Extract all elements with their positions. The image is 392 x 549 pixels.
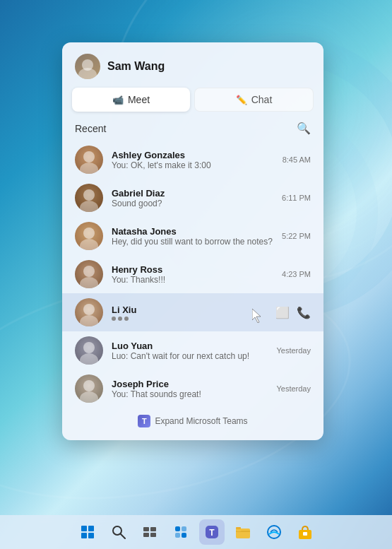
expand-label: Expand Microsoft Teams (155, 416, 247, 426)
list-item[interactable]: Natasha Jones Hey, did you still want to… (62, 217, 323, 255)
contact-name: Gabriel Diaz (112, 188, 273, 199)
contact-preview: Hey, did you still want to borrow the no… (112, 237, 273, 247)
list-item[interactable]: Joseph Price You: That sounds great! Yes… (62, 370, 323, 408)
svg-rect-0 (81, 526, 87, 531)
svg-rect-10 (175, 526, 180, 531)
expand-footer[interactable]: T Expand Microsoft Teams (62, 408, 323, 435)
user-avatar (75, 54, 100, 79)
svg-rect-6 (143, 527, 149, 531)
svg-rect-7 (150, 527, 156, 531)
svg-point-4 (113, 526, 121, 535)
svg-rect-21 (303, 532, 307, 536)
svg-rect-13 (182, 533, 186, 538)
contact-time: Yesterday (276, 346, 311, 355)
teams-panel: Sam Wang 📹 Meet ✏️ Chat Recent 🔍 (62, 42, 323, 440)
svg-line-5 (121, 534, 125, 538)
list-item[interactable]: Ashley Gonzales You: OK, let's make it 3… (62, 141, 323, 179)
typing-indicator (112, 317, 267, 321)
contact-time: 5:22 PM (282, 232, 311, 240)
taskbar-edge-icon[interactable] (261, 519, 287, 545)
avatar (75, 146, 103, 174)
list-item[interactable]: Li Xiu ⬜ 📞 (62, 293, 323, 331)
meet-icon: 📹 (112, 95, 124, 105)
contact-time: Yesterday (276, 384, 311, 393)
contact-name: Natasha Jones (112, 226, 273, 237)
contact-info: Joseph Price You: That sounds great! (112, 379, 268, 399)
contact-info: Gabriel Diaz Sound good? (112, 188, 273, 208)
svg-rect-3 (88, 533, 94, 538)
search-icon: 🔍 (297, 122, 311, 134)
taskbar-taskview-icon[interactable] (137, 519, 162, 545)
contact-name: Li Xiu (112, 305, 267, 315)
chat-icon: ✏️ (236, 95, 247, 105)
svg-rect-2 (81, 533, 87, 538)
contact-name: Luo Yuan (112, 341, 268, 351)
svg-rect-9 (150, 533, 156, 537)
contact-info: Henry Ross You: Thanks!!! (112, 264, 273, 285)
taskbar-store-icon[interactable] (292, 519, 318, 545)
tab-meet[interactable]: 📹 Meet (72, 88, 190, 112)
contact-name: Ashley Gonzales (112, 150, 274, 160)
tab-chat[interactable]: ✏️ Chat (194, 88, 314, 112)
desktop-background: Sam Wang 📹 Meet ✏️ Chat Recent 🔍 (0, 0, 392, 549)
svg-rect-1 (88, 526, 94, 531)
taskbar-explorer-icon[interactable] (230, 519, 256, 545)
svg-text:T: T (209, 528, 215, 538)
contact-time: 6:11 PM (282, 194, 311, 202)
contact-info: Natasha Jones Hey, did you still want to… (112, 226, 273, 247)
avatar (75, 374, 103, 403)
tab-meet-label: Meet (128, 94, 150, 105)
typing-dot (124, 317, 129, 321)
taskbar: T (0, 515, 392, 549)
contact-time: 4:23 PM (282, 270, 311, 278)
contact-list: Ashley Gonzales You: OK, let's make it 3… (62, 141, 323, 408)
contact-preview: You: Thanks!!! (112, 275, 273, 285)
search-button[interactable]: 🔍 (297, 122, 311, 135)
phone-call-icon[interactable]: 📞 (297, 306, 311, 319)
contact-info: Li Xiu (112, 305, 267, 321)
svg-rect-18 (236, 527, 241, 529)
taskbar-teams-icon[interactable]: T (199, 519, 225, 545)
avatar (75, 222, 103, 250)
avatar (75, 336, 103, 365)
taskbar-start-button[interactable] (75, 519, 100, 545)
avatar (75, 298, 103, 326)
contact-preview: Sound good? (112, 199, 273, 208)
svg-rect-12 (175, 533, 180, 538)
recent-label: Recent (75, 123, 106, 134)
typing-dot (112, 317, 116, 321)
teams-logo-icon: T (138, 415, 150, 427)
contact-preview: You: OK, let's make it 3:00 (112, 160, 274, 170)
list-item[interactable]: Henry Ross You: Thanks!!! 4:23 PM (62, 255, 323, 293)
video-call-icon[interactable]: ⬜ (275, 306, 290, 319)
tab-chat-label: Chat (251, 94, 273, 105)
svg-rect-11 (182, 526, 186, 531)
avatar (75, 260, 103, 288)
tab-row: 📹 Meet ✏️ Chat (72, 88, 314, 112)
typing-dot (118, 317, 122, 321)
contact-preview: Luo: Can't wait for our next catch up! (112, 351, 268, 361)
list-item[interactable]: Luo Yuan Luo: Can't wait for our next ca… (62, 331, 323, 370)
contact-preview: You: That sounds great! (112, 389, 268, 399)
contact-info: Ashley Gonzales You: OK, let's make it 3… (112, 150, 274, 170)
contact-time: 8:45 AM (283, 155, 311, 164)
contact-name: Joseph Price (112, 379, 268, 389)
contact-info: Luo Yuan Luo: Can't wait for our next ca… (112, 341, 268, 361)
contact-name: Henry Ross (112, 264, 273, 275)
list-item[interactable]: Gabriel Diaz Sound good? 6:11 PM (62, 179, 323, 217)
contact-actions: ⬜ 📞 (275, 306, 311, 319)
avatar (75, 184, 103, 212)
user-name: Sam Wang (107, 60, 165, 73)
recent-header: Recent 🔍 (62, 119, 323, 141)
taskbar-widgets-icon[interactable] (168, 519, 194, 545)
taskbar-search-icon[interactable] (106, 519, 131, 545)
svg-rect-8 (143, 533, 149, 537)
panel-header: Sam Wang (62, 42, 323, 88)
